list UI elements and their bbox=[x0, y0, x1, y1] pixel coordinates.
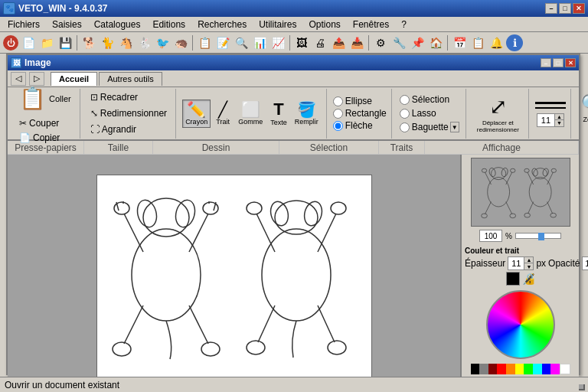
color-darkred[interactable] bbox=[488, 364, 498, 374]
toolbar-btn-26[interactable]: 🔔 bbox=[488, 34, 505, 51]
menu-utilitaires[interactable]: Utilitaires bbox=[253, 17, 302, 31]
toolbar-btn-15[interactable]: 📈 bbox=[270, 34, 286, 51]
eyedropper-icon[interactable]: 🔏 bbox=[522, 273, 535, 285]
toolbar-btn-17[interactable]: 🖨 bbox=[312, 34, 328, 51]
opacite-spinbox[interactable]: ▲ ▼ bbox=[582, 256, 588, 270]
color-blue[interactable] bbox=[542, 364, 551, 374]
toolbar-btn-9[interactable]: 🐦 bbox=[154, 34, 171, 51]
traits-decrement-btn[interactable]: ▼ bbox=[554, 120, 564, 126]
color-red[interactable] bbox=[497, 364, 506, 374]
epaisseur-spinbox[interactable]: ▲ ▼ bbox=[508, 256, 534, 270]
zoom-value-input[interactable] bbox=[479, 230, 502, 242]
ellipse-option[interactable]: Ellipse bbox=[333, 96, 387, 106]
svg-line-36 bbox=[485, 201, 491, 214]
toolbar-btn-11[interactable]: 📋 bbox=[196, 34, 213, 51]
color-black[interactable] bbox=[471, 364, 480, 374]
image-window-icon: 🖼 bbox=[11, 57, 21, 68]
color-white[interactable] bbox=[560, 364, 570, 374]
color-yellow[interactable] bbox=[515, 364, 524, 374]
toolbar-btn-5[interactable]: 🐕 bbox=[80, 34, 97, 51]
color-wheel[interactable] bbox=[486, 290, 555, 359]
zoom-button[interactable]: 🔍 Zoom bbox=[577, 91, 588, 126]
toolbar-btn-14[interactable]: 📊 bbox=[251, 34, 268, 51]
resize-handle[interactable] bbox=[579, 384, 585, 390]
couper-button[interactable]: ✂ Couper bbox=[15, 116, 75, 130]
texte-button[interactable]: T Texte bbox=[267, 99, 290, 129]
color-orange[interactable] bbox=[506, 364, 515, 374]
traits-spinbox[interactable]: ▲ ▼ bbox=[537, 113, 564, 127]
toolbar-btn-25[interactable]: 📋 bbox=[469, 34, 486, 51]
toolbar-btn-8[interactable]: 🐇 bbox=[136, 34, 152, 51]
image-close-btn[interactable]: ✕ bbox=[565, 58, 576, 67]
toolbar-btn-19[interactable]: 📥 bbox=[348, 34, 365, 51]
toolbar-btn-20[interactable]: ⚙ bbox=[372, 34, 389, 51]
menu-options[interactable]: Options bbox=[303, 17, 347, 31]
lasso-option[interactable]: Lasso bbox=[400, 108, 459, 119]
toolbar-btn-7[interactable]: 🐴 bbox=[117, 34, 134, 51]
opacite-input[interactable] bbox=[583, 257, 588, 270]
menu-saisies[interactable]: Saisies bbox=[46, 17, 88, 31]
epaisseur-up-btn[interactable]: ▲ bbox=[524, 257, 533, 263]
recadrer-button[interactable]: ⊡ Recadrer bbox=[87, 90, 171, 104]
menu-catalogues[interactable]: Catalogues bbox=[88, 17, 147, 31]
close-button[interactable]: ✕ bbox=[573, 3, 585, 14]
menu-fichiers[interactable]: Fichiers bbox=[2, 17, 46, 31]
color-cyan[interactable] bbox=[533, 364, 542, 374]
redimensionner-button[interactable]: ⤡ Redimensionner bbox=[87, 106, 171, 120]
svg-line-38 bbox=[505, 201, 511, 214]
color-magenta[interactable] bbox=[550, 364, 560, 374]
toolbar-btn-12[interactable]: 📝 bbox=[214, 34, 231, 51]
epaisseur-input[interactable] bbox=[508, 257, 524, 270]
toolbar-btn-18[interactable]: 📤 bbox=[330, 34, 347, 51]
color-gray[interactable] bbox=[479, 364, 488, 374]
toolbar-btn-2[interactable]: 📄 bbox=[20, 34, 37, 51]
toolbar-btn-10[interactable]: 🦔 bbox=[172, 34, 189, 51]
zoom-slider[interactable] bbox=[515, 233, 561, 239]
remplir-button[interactable]: 🪣 Remplir bbox=[292, 100, 322, 128]
tab-autres-outils[interactable]: Autres outils bbox=[99, 72, 162, 86]
color-green[interactable] bbox=[524, 364, 533, 374]
svg-point-45 bbox=[524, 168, 528, 172]
baguette-options-btn[interactable]: ▼ bbox=[450, 122, 459, 132]
menu-fenetres[interactable]: Fenêtres bbox=[347, 17, 395, 31]
maximize-button[interactable]: □ bbox=[559, 3, 571, 14]
deplacement-button[interactable]: ⤢ Déplacer etredimensionner bbox=[474, 92, 522, 136]
image-maximize-btn[interactable]: □ bbox=[553, 58, 564, 67]
toolbar-btn-21[interactable]: 🔧 bbox=[390, 34, 407, 51]
traits-value-input[interactable] bbox=[537, 114, 554, 126]
toolbar-btn-24[interactable]: 📅 bbox=[451, 34, 468, 51]
canvas-area[interactable] bbox=[8, 155, 460, 392]
drawing-canvas[interactable] bbox=[97, 175, 372, 377]
trait-button[interactable]: ╱ Trait bbox=[212, 100, 234, 128]
image-minimize-btn[interactable]: – bbox=[541, 58, 551, 67]
agrandir-button[interactable]: ⛶ Agrandir bbox=[87, 122, 171, 136]
traits-section: ▲ ▼ bbox=[531, 89, 571, 139]
current-color-swatch[interactable] bbox=[506, 272, 520, 286]
minimize-button[interactable]: – bbox=[545, 3, 557, 14]
svg-line-34 bbox=[505, 172, 511, 185]
traits-increment-btn[interactable]: ▲ bbox=[554, 114, 564, 120]
epaisseur-down-btn[interactable]: ▼ bbox=[524, 263, 533, 270]
toolbar-btn-6[interactable]: 🐈 bbox=[99, 34, 116, 51]
rectangle-option[interactable]: Rectangle bbox=[333, 108, 387, 119]
toolbar-btn-4[interactable]: 💾 bbox=[57, 34, 74, 51]
epaisseur-label: Épaisseur bbox=[465, 258, 505, 269]
toolbar-btn-23[interactable]: 🏠 bbox=[427, 34, 444, 51]
menu-help[interactable]: ? bbox=[395, 17, 413, 31]
fleche-option[interactable]: Flèche bbox=[333, 120, 387, 131]
gomme-button[interactable]: ⬜ Gomme bbox=[235, 100, 266, 128]
svg-point-27 bbox=[328, 341, 346, 354]
toolbar-btn-1[interactable]: ⏻ bbox=[3, 35, 18, 51]
menu-editions[interactable]: Editions bbox=[146, 17, 191, 31]
toolbar-btn-3[interactable]: 📁 bbox=[38, 34, 55, 51]
baguette-option[interactable]: Baguette bbox=[400, 122, 449, 132]
toolbar-btn-13[interactable]: 🔍 bbox=[233, 34, 250, 51]
toolbar-btn-22[interactable]: 📌 bbox=[409, 34, 426, 51]
crayon-button[interactable]: ✏️ Crayon bbox=[182, 100, 211, 128]
coller-button[interactable]: 📋 Coller bbox=[15, 82, 75, 115]
epaisseur-row: Épaisseur ▲ ▼ px Opacité ▲ ▼ bbox=[465, 256, 576, 270]
menu-recherches[interactable]: Recherches bbox=[191, 17, 253, 31]
selection-option[interactable]: Sélection bbox=[400, 94, 459, 105]
toolbar-btn-16[interactable]: 🖼 bbox=[293, 34, 310, 51]
toolbar-btn-27[interactable]: ℹ bbox=[506, 34, 523, 51]
